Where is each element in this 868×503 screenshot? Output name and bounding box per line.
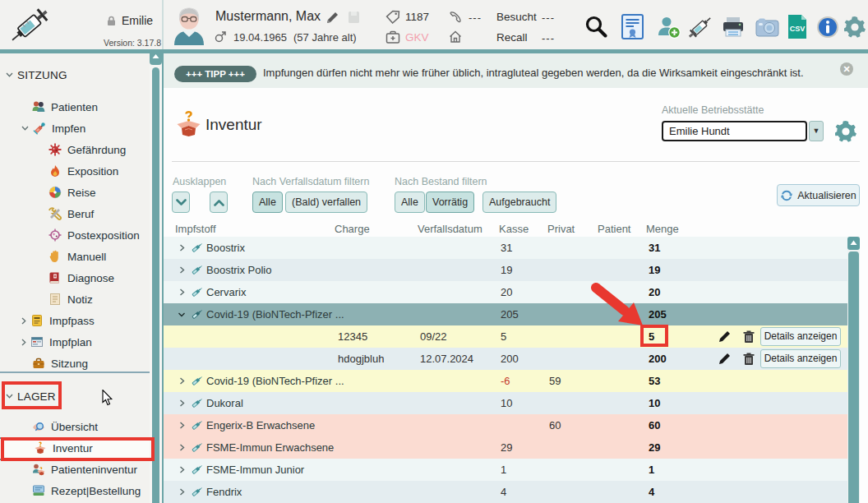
- column-privat[interactable]: Privat: [547, 223, 575, 235]
- column-verfallsdatum[interactable]: Verfallsdatum: [418, 223, 482, 235]
- sidebar-item-uebersicht[interactable]: Übersicht: [32, 416, 98, 437]
- sidebar-item-impfpass[interactable]: Impfpass: [21, 310, 95, 331]
- vaccine-vial-icon: [190, 441, 204, 455]
- sidebar-item-postexposition[interactable]: Postexposition: [48, 224, 140, 246]
- refresh-icon: [780, 189, 793, 202]
- table-scroll-thumb[interactable]: [848, 252, 859, 503]
- table-row[interactable]: Fendrix 4 4: [164, 481, 847, 503]
- column-menge[interactable]: Menge: [646, 223, 679, 235]
- chevron-right-icon[interactable]: [178, 420, 186, 431]
- vaccinate-icon: [33, 122, 46, 135]
- sidebar-item-gefaehrdung[interactable]: Gefährdung: [48, 139, 126, 160]
- diagnosis-icon: [48, 271, 62, 284]
- chevron-right-icon[interactable]: [178, 376, 186, 386]
- collapse-all-button[interactable]: [172, 192, 190, 213]
- edit-icon[interactable]: [718, 330, 732, 344]
- gender-male-icon: [215, 30, 227, 43]
- table-row[interactable]: Engerix-B Erwachsene 60 60: [164, 414, 847, 436]
- table-row[interactable]: Dukoral 10 10: [164, 392, 847, 414]
- betriebsstaette-input[interactable]: [662, 121, 807, 141]
- csv-icon[interactable]: CSV: [787, 14, 807, 39]
- table-scroll-up-button[interactable]: [847, 237, 860, 250]
- sidebar-item-exposition[interactable]: Exposition: [48, 160, 118, 182]
- trash-icon[interactable]: [742, 330, 755, 344]
- printer-icon[interactable]: [722, 16, 745, 39]
- table-row[interactable]: FSME-Immun Erwachsene 29 29: [164, 436, 847, 459]
- recall-value: ---: [542, 32, 555, 44]
- person-add-icon[interactable]: [657, 16, 681, 39]
- info-icon[interactable]: [816, 16, 839, 39]
- annotation-box-lager: [2, 381, 62, 409]
- chevron-right-icon[interactable]: [178, 442, 186, 453]
- column-patient[interactable]: Patient: [598, 223, 630, 235]
- chevron-right-icon[interactable]: [178, 398, 186, 408]
- syringe-icon[interactable]: [689, 14, 714, 39]
- sidebar-item-rezept[interactable]: Rezept|Bestellung: [32, 480, 141, 501]
- details-button[interactable]: Details anzeigen: [760, 349, 841, 368]
- house-icon: [449, 30, 462, 43]
- vaccine-vial-icon: [190, 374, 204, 388]
- sidebar-item-notiz[interactable]: Notiz: [48, 288, 93, 310]
- application-window: Emilie Version: 3.17.8 Mustermann, Max: [0, 0, 868, 503]
- edit-patient-icon[interactable]: [326, 11, 339, 25]
- chevron-right-icon[interactable]: [178, 287, 186, 298]
- sidebar-item-diagnose[interactable]: Diagnose: [48, 267, 114, 288]
- vaccination-plan-icon: [30, 335, 44, 348]
- search-icon[interactable]: [584, 15, 607, 38]
- table-row[interactable]: Boostrix Polio 19 19: [164, 259, 847, 281]
- certificate-icon[interactable]: [621, 14, 644, 39]
- camera-icon[interactable]: [755, 17, 779, 37]
- patients-icon: [32, 100, 45, 113]
- table-row-batch[interactable]: hdogjbluh 12.07.2024 200 200 Details anz…: [164, 348, 847, 370]
- sidebar-scroll-up-button[interactable]: [150, 49, 162, 65]
- sidebar-item-beruf[interactable]: Beruf: [48, 203, 94, 224]
- details-button[interactable]: Details anzeigen: [760, 327, 841, 346]
- sidebar-item-patienteninventur[interactable]: Patienteninventur: [32, 459, 137, 480]
- table-row[interactable]: Cervarix 20 20: [164, 281, 847, 303]
- chevron-right-icon[interactable]: [178, 242, 186, 253]
- tip-close-button[interactable]: ✕: [840, 62, 853, 76]
- vaccine-vial-icon: [190, 396, 204, 410]
- table-row-batch[interactable]: 12345 09/22 5 5 Details anzeigen: [164, 325, 847, 348]
- trash-icon[interactable]: [742, 352, 755, 366]
- chevron-right-icon[interactable]: [178, 464, 186, 475]
- edit-icon[interactable]: [718, 352, 732, 366]
- column-impfstoff[interactable]: Impfstoff: [175, 223, 216, 235]
- chevron-down-icon[interactable]: [177, 310, 187, 320]
- column-charge[interactable]: Charge: [335, 223, 370, 235]
- table-row-selected[interactable]: Covid-19 (BioNTech-Pfizer ... 205 205: [164, 303, 847, 325]
- column-kasse[interactable]: Kasse: [499, 223, 529, 235]
- filter-verfall-bald-verfallen[interactable]: (Bald) verfallen: [285, 192, 367, 213]
- prescription-icon: [32, 484, 45, 497]
- sidebar-item-impfplan[interactable]: Impfplan: [21, 331, 92, 353]
- filter-bestand-vorraetig[interactable]: Vorrätig: [426, 192, 474, 213]
- table-row[interactable]: Covid-19 (BioNTech-Pfizer ... -6 59 53: [164, 370, 847, 392]
- filter-bestand-aufgebraucht[interactable]: Aufgebraucht: [482, 192, 556, 213]
- chevron-right-icon[interactable]: [178, 487, 186, 497]
- sidebar-item-patienten[interactable]: Patienten: [32, 96, 98, 118]
- tip-text: Impfungen dürfen nicht mehr wie früher ü…: [263, 67, 804, 79]
- settings-gear-icon[interactable]: [835, 121, 856, 142]
- chevron-right-icon[interactable]: [178, 265, 186, 275]
- filter-verfall-alle[interactable]: Alle: [252, 192, 283, 213]
- manual-icon: [48, 250, 62, 263]
- sidebar-item-impfen[interactable]: Impfen: [21, 118, 85, 139]
- visited-value: ---: [542, 12, 555, 24]
- sidebar-section-sitzung[interactable]: SITZUNG: [6, 64, 67, 85]
- hazard-icon: [48, 143, 62, 156]
- gear-icon[interactable]: [844, 16, 866, 38]
- betriebsstaette-dropdown-button[interactable]: ▼: [809, 121, 824, 141]
- postexposure-icon: [48, 228, 62, 242]
- title-separator: [172, 161, 860, 162]
- patient-avatar: [172, 6, 206, 45]
- table-row[interactable]: Boostrix 31 31: [164, 237, 847, 259]
- patient-birthdate: 19.04.1965: [233, 31, 287, 44]
- expand-all-button[interactable]: [210, 192, 228, 213]
- table-row[interactable]: FSME-Immun Junior 1 1: [164, 459, 847, 481]
- filter-bestand-alle[interactable]: Alle: [395, 192, 425, 213]
- sidebar-item-reise[interactable]: Reise: [48, 182, 96, 203]
- refresh-button[interactable]: Aktualisieren: [777, 184, 860, 206]
- header-divider: [162, 0, 164, 49]
- page-title: Inventur: [205, 116, 262, 134]
- sidebar-item-manuell[interactable]: Manuell: [48, 246, 106, 267]
